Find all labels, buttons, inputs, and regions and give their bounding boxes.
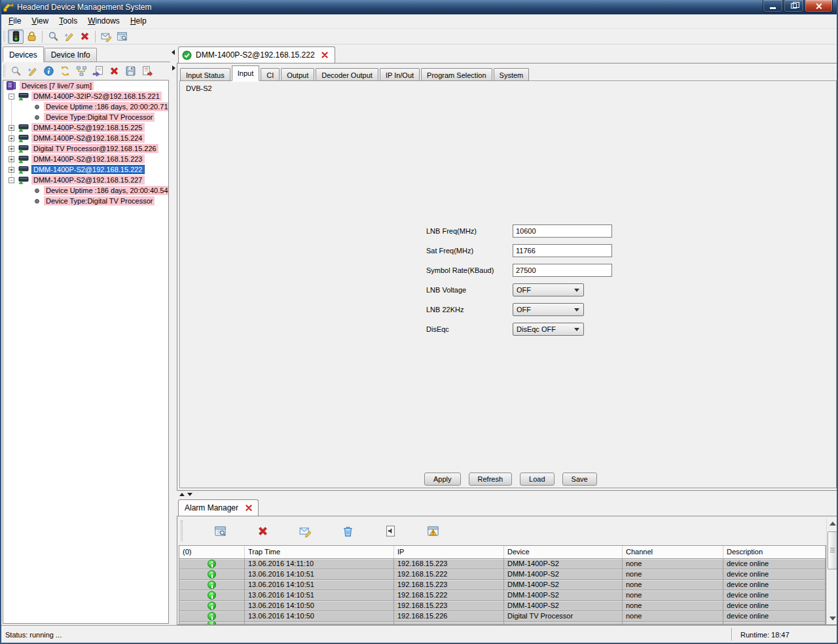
tab-close-icon[interactable] — [321, 52, 328, 58]
tab-input[interactable]: Input — [232, 65, 259, 81]
tree-apply-button[interactable] — [90, 64, 106, 79]
column-header-description[interactable]: Description — [723, 546, 826, 558]
lnb-22khz-select[interactable]: OFF — [513, 303, 584, 316]
device-document-tab[interactable]: DMM-1400P-S2@192.168.15.222 — [178, 46, 335, 63]
menu-tools[interactable]: Tools — [54, 15, 82, 27]
delete-button[interactable] — [77, 29, 92, 44]
traffic-light-button[interactable] — [8, 29, 24, 44]
column-header-trap-time[interactable]: Trap Time — [245, 546, 394, 558]
save-button[interactable]: Save — [562, 473, 597, 486]
sat-freq-input[interactable] — [513, 244, 612, 257]
collapse-right-icon[interactable] — [172, 65, 175, 71]
column-header-count[interactable]: (0) — [179, 546, 245, 558]
alarm-trash-button[interactable] — [340, 523, 355, 539]
alarm-manager-tab[interactable]: Alarm Manager — [178, 499, 259, 516]
expand-up-icon[interactable] — [179, 493, 185, 496]
menu-windows[interactable]: Windows — [82, 15, 125, 27]
refresh-button[interactable]: Refresh — [469, 473, 513, 486]
tree-search-button[interactable] — [8, 64, 24, 79]
close-button[interactable] — [805, 0, 833, 12]
expander[interactable]: + — [9, 125, 14, 131]
alarm-mail-button[interactable] — [297, 523, 313, 539]
minimize-button[interactable] — [763, 0, 783, 12]
tab-input-status[interactable]: Input Status — [180, 68, 230, 81]
tree-leaf[interactable]: Device Uptime :186 days, 20:00:20.71 — [3, 101, 168, 112]
expander[interactable]: + — [9, 167, 14, 173]
expander[interactable]: - — [9, 177, 14, 183]
horizontal-splitter[interactable] — [177, 491, 838, 499]
tree-save-button[interactable] — [122, 64, 139, 79]
tab-device-info[interactable]: Device Info — [45, 48, 97, 62]
tree-info-button[interactable] — [41, 64, 57, 79]
tab-decoder-output[interactable]: Decoder Output — [316, 68, 378, 81]
tree-node[interactable]: + DMM-1400P-S2@192.168.15.225 — [3, 122, 168, 133]
expander[interactable]: - — [9, 94, 14, 99]
tree-leaf[interactable]: Device Uptime :186 days, 20:00:40.54 — [3, 185, 168, 196]
menu-file[interactable]: File — [3, 15, 26, 27]
scrollbar-thumb[interactable] — [828, 531, 837, 569]
tree-edit-button[interactable] — [24, 64, 41, 79]
alarm-row[interactable]: 13.06.2016 14:10:50 192.168.15.223 DMM-1… — [179, 601, 826, 611]
tab-ip-in-out[interactable]: IP In/Out — [380, 68, 420, 81]
expander[interactable]: + — [9, 146, 14, 152]
compose-mail-button[interactable] — [98, 29, 114, 44]
apply-button[interactable]: Apply — [424, 473, 461, 486]
toolbar-grip[interactable] — [3, 65, 5, 77]
alarm-scrollbar[interactable] — [826, 518, 838, 624]
tab-output[interactable]: Output — [281, 68, 314, 81]
symbol-rate-input[interactable] — [513, 264, 612, 277]
expander[interactable]: + — [9, 135, 14, 141]
tab-close-icon[interactable] — [246, 505, 252, 511]
alarm-row[interactable]: 13.06.2016 14:10:51 192.168.15.222 DMM-1… — [179, 569, 826, 580]
tree-refresh-button[interactable] — [57, 64, 73, 79]
diseqc-select[interactable]: DisEqc OFF — [513, 323, 584, 336]
edit-button[interactable] — [61, 29, 77, 44]
expander[interactable]: + — [9, 156, 14, 162]
tab-system[interactable]: System — [494, 68, 530, 81]
alarm-audio-button[interactable] — [382, 523, 398, 539]
alarm-details-button[interactable] — [212, 523, 228, 539]
tree-sync-button[interactable] — [73, 64, 90, 79]
tree-node[interactable]: - DMM-1400P-S2@192.168.15.227 — [3, 175, 168, 185]
collapse-down-icon[interactable] — [187, 493, 192, 496]
load-button[interactable]: Load — [520, 473, 554, 486]
alarm-row[interactable]: 13.06.2016 14:10:50 192.168.15.226 Digit… — [179, 611, 826, 622]
collapse-left-icon[interactable] — [172, 50, 175, 55]
alarm-row[interactable]: 13.06.2016 14:11:10 192.168.15.223 DMM-1… — [179, 559, 826, 569]
alarm-row[interactable]: 13.06.2016 14:10:51 192.168.15.223 DMM-1… — [179, 580, 826, 590]
tree-node[interactable]: + DMM-1400P-S2@192.168.15.223 — [3, 154, 168, 164]
menu-view[interactable]: View — [26, 15, 54, 27]
toolbar-grip[interactable] — [181, 520, 183, 541]
tree-leaf[interactable]: Device Type:Digital TV Processor — [3, 112, 168, 122]
vertical-splitter[interactable] — [170, 45, 177, 625]
lnb-freq-input[interactable] — [513, 224, 612, 238]
tree-node[interactable]: - DMM-1400P-32IP-S2@192.168.15.221 — [3, 91, 168, 101]
tree-root-node[interactable]: Devices [7 live/7 sum] — [3, 80, 168, 91]
column-header-channel[interactable]: Channel — [623, 546, 723, 558]
column-header-device[interactable]: Device — [504, 546, 623, 558]
search-button[interactable] — [45, 29, 61, 44]
tree-root-label: Devices [7 live/7 sum] — [20, 81, 94, 90]
lock-button[interactable] — [24, 29, 39, 44]
lnb-voltage-select[interactable]: OFF — [513, 283, 584, 296]
alarm-row-partial[interactable] — [179, 622, 826, 624]
tab-devices[interactable]: Devices — [3, 46, 44, 62]
menu-help[interactable]: Help — [125, 15, 152, 27]
tree-leaf[interactable]: Device Type:Digital TV Processor — [3, 196, 168, 206]
alarm-alert-button[interactable] — [425, 523, 441, 539]
tree-node-selected[interactable]: + DMM-1400P-S2@192.168.15.222 — [3, 164, 168, 175]
alarm-row[interactable]: 13.06.2016 14:10:51 192.168.15.222 DMM-1… — [179, 590, 826, 601]
tree-node[interactable]: + DMM-1400P-S2@192.168.15.224 — [3, 133, 168, 143]
tree-delete-button[interactable] — [106, 64, 122, 79]
alarm-delete-button[interactable] — [255, 523, 270, 539]
scroll-down-icon[interactable] — [829, 617, 836, 620]
tree-node[interactable]: + Digital TV Processor@192.168.15.226 — [3, 143, 168, 154]
device-details-button[interactable] — [114, 29, 130, 44]
toolbar-grip[interactable] — [3, 31, 5, 42]
scroll-up-icon[interactable] — [829, 522, 836, 526]
column-header-ip[interactable]: IP — [394, 546, 504, 558]
tab-program-selection[interactable]: Program Selection — [421, 68, 492, 81]
tree-export-button[interactable] — [139, 64, 155, 79]
tab-ci[interactable]: CI — [261, 68, 280, 81]
restore-button[interactable] — [784, 0, 804, 12]
